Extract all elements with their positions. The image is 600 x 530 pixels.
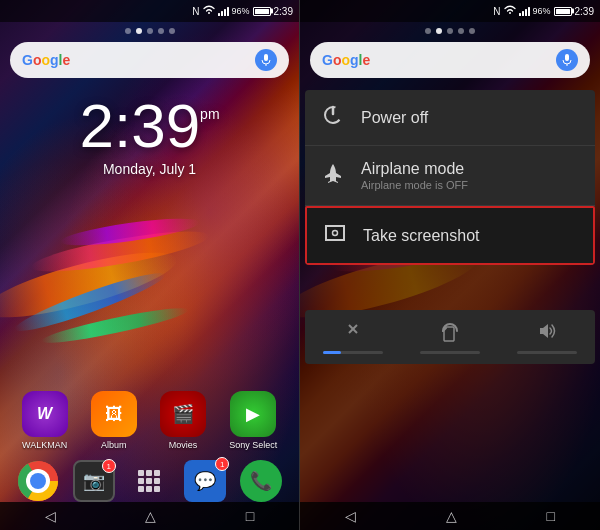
back-button[interactable]: ◁ bbox=[45, 508, 56, 524]
svg-point-11 bbox=[333, 231, 338, 236]
sony-select-app[interactable]: ▶ Sony Select bbox=[229, 391, 277, 450]
right-dot-4 bbox=[458, 28, 464, 34]
left-search-bar[interactable]: Google bbox=[10, 42, 289, 78]
dot-3 bbox=[147, 28, 153, 34]
recent-button[interactable]: □ bbox=[246, 508, 254, 524]
airplane-mode-title: Airplane mode bbox=[361, 160, 579, 178]
dot-1 bbox=[125, 28, 131, 34]
svg-point-4 bbox=[30, 473, 46, 489]
messages-dock-icon[interactable]: 💬 1 bbox=[184, 460, 226, 502]
google-logo: Google bbox=[22, 52, 70, 68]
right-home-button[interactable]: △ bbox=[446, 508, 457, 524]
walkman-app[interactable]: W WALKMAN bbox=[22, 391, 68, 450]
clock-status: 2:39 bbox=[274, 6, 293, 17]
airplane-mode-subtitle: Airplane mode is OFF bbox=[361, 179, 579, 191]
mic-button[interactable] bbox=[255, 49, 277, 71]
movies-label: Movies bbox=[169, 440, 198, 450]
right-dot-2 bbox=[436, 28, 442, 34]
app-icons-row: W WALKMAN 🖼 Album 🎬 Movies ▶ So bbox=[0, 391, 299, 450]
right-mic-button[interactable] bbox=[556, 49, 578, 71]
airplane-mode-text: Airplane mode Airplane mode is OFF bbox=[361, 160, 579, 191]
album-label: Album bbox=[101, 440, 127, 450]
screenshot-text: Take screenshot bbox=[363, 227, 577, 245]
apps-grid-icon[interactable] bbox=[128, 460, 170, 502]
phone-dock-icon[interactable]: 📞 bbox=[240, 460, 282, 502]
right-clock-status: 2:39 bbox=[575, 6, 594, 17]
dot-4 bbox=[158, 28, 164, 34]
right-back-button[interactable]: ◁ bbox=[345, 508, 356, 524]
clock-section: 2:39pm Monday, July 1 bbox=[0, 95, 299, 177]
camera-badge: 1 bbox=[102, 459, 116, 473]
rotate-icon bbox=[439, 320, 461, 347]
messages-icon: 💬 bbox=[194, 470, 216, 492]
phone-container: N 96% 2:39 bbox=[0, 0, 600, 530]
bluetooth-setting[interactable] bbox=[323, 320, 383, 354]
wifi-icon bbox=[203, 5, 215, 17]
clock-time: 2:39pm bbox=[0, 95, 299, 157]
am-pm-display: pm bbox=[200, 107, 219, 121]
right-wifi-icon bbox=[504, 5, 516, 17]
quick-settings bbox=[305, 310, 595, 364]
right-recent-button[interactable]: □ bbox=[547, 508, 555, 524]
right-battery-icon bbox=[554, 7, 572, 16]
dim-overlay bbox=[300, 0, 600, 530]
right-dot-3 bbox=[447, 28, 453, 34]
album-app[interactable]: 🖼 Album bbox=[91, 391, 137, 450]
rotate-bar bbox=[420, 351, 480, 354]
power-off-title: Power off bbox=[361, 109, 579, 127]
svg-rect-9 bbox=[326, 226, 344, 240]
movies-app[interactable]: 🎬 Movies bbox=[160, 391, 206, 450]
dot-5 bbox=[169, 28, 175, 34]
movies-icon: 🎬 bbox=[160, 391, 206, 437]
right-page-dots bbox=[300, 28, 600, 34]
right-dot-5 bbox=[469, 28, 475, 34]
rotate-setting[interactable] bbox=[420, 320, 480, 354]
camera-dock-icon[interactable]: 📷 1 bbox=[73, 460, 115, 502]
right-nav-bar: ◁ △ □ bbox=[300, 502, 600, 530]
left-nav-bar: ◁ △ □ bbox=[0, 502, 299, 530]
power-menu: Power off Airplane mode Airplane mode is… bbox=[305, 90, 595, 265]
right-battery-percent: 96% bbox=[533, 6, 551, 16]
time-display: 2:39 bbox=[79, 91, 200, 160]
left-phone: N 96% 2:39 bbox=[0, 0, 300, 530]
svg-rect-5 bbox=[565, 54, 569, 61]
right-google-logo: Google bbox=[322, 52, 370, 68]
airplane-icon bbox=[321, 162, 345, 189]
airplane-mode-item[interactable]: Airplane mode Airplane mode is OFF bbox=[305, 146, 595, 206]
walkman-label: WALKMAN bbox=[22, 440, 67, 450]
bluetooth-bar bbox=[323, 351, 383, 354]
home-button[interactable]: △ bbox=[145, 508, 156, 524]
take-screenshot-item[interactable]: Take screenshot bbox=[305, 206, 595, 265]
sony-label: Sony Select bbox=[229, 440, 277, 450]
volume-setting[interactable] bbox=[517, 320, 577, 354]
volume-icon bbox=[536, 320, 558, 347]
page-dots bbox=[0, 28, 299, 34]
right-search-bar[interactable]: Google bbox=[310, 42, 590, 78]
clock-date: Monday, July 1 bbox=[0, 161, 299, 177]
status-icons: N 96% 2:39 bbox=[192, 5, 293, 17]
bluetooth-icon bbox=[342, 320, 364, 347]
screenshot-icon bbox=[323, 222, 347, 249]
walkman-icon: W bbox=[22, 391, 68, 437]
power-off-text: Power off bbox=[361, 109, 579, 127]
sony-icon: ▶ bbox=[230, 391, 276, 437]
power-off-item[interactable]: Power off bbox=[305, 90, 595, 146]
right-signal-bars bbox=[519, 6, 530, 16]
bottom-dock: 📷 1 💬 1 📞 bbox=[0, 460, 299, 502]
dot-2 bbox=[136, 28, 142, 34]
right-dot-1 bbox=[425, 28, 431, 34]
camera-icon: 📷 bbox=[83, 470, 105, 492]
right-phone: N 96% 2:39 bbox=[300, 0, 600, 530]
messages-badge: 1 bbox=[215, 457, 229, 471]
chrome-dock-icon[interactable] bbox=[17, 460, 59, 502]
grid-dots bbox=[134, 466, 164, 496]
screenshot-title: Take screenshot bbox=[363, 227, 577, 245]
svg-rect-0 bbox=[264, 54, 268, 61]
volume-bar bbox=[517, 351, 577, 354]
power-off-icon bbox=[321, 104, 345, 131]
album-icon: 🖼 bbox=[91, 391, 137, 437]
battery-icon bbox=[253, 7, 271, 16]
right-nfc-icon: N bbox=[493, 6, 500, 17]
phone-icon: 📞 bbox=[250, 470, 272, 492]
battery-percent: 96% bbox=[232, 6, 250, 16]
